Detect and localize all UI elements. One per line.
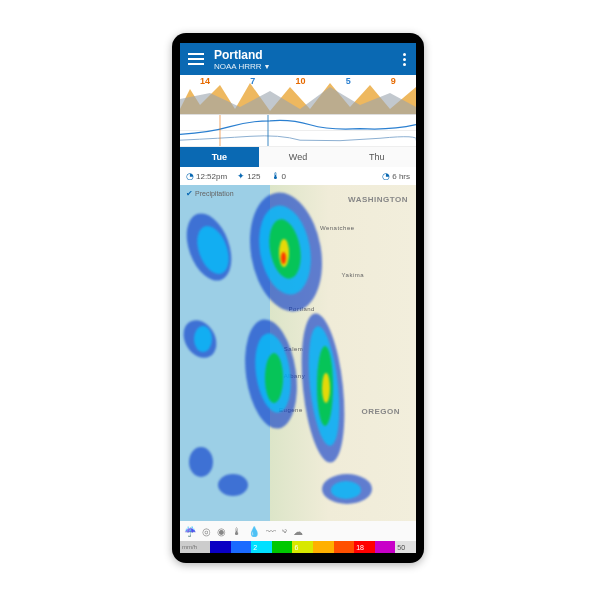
legend-stop [210, 541, 231, 553]
info-temp: 0 [282, 172, 286, 181]
legend-stop: 18 [354, 541, 375, 553]
legend-stop: 50 [395, 541, 416, 553]
therm-icon[interactable]: 🌡 [232, 526, 242, 537]
meteogram-chart [180, 79, 416, 115]
wind-icon[interactable]: ༄ [282, 526, 287, 537]
tab-tue[interactable]: Tue [180, 147, 259, 167]
compass-icon: ✦ [237, 171, 245, 181]
day-tabs: Tue Wed Thu [180, 147, 416, 167]
clock-icon: ◔ [186, 171, 194, 181]
radar-overlay [180, 185, 416, 521]
info-bar: ◔12:52pm ✦125 🌡0 ◔6 hrs [180, 167, 416, 185]
info-time: 12:52pm [196, 172, 227, 181]
color-legend: mm/h 261850 [180, 541, 416, 553]
clock-icon: ◔ [382, 171, 390, 181]
tab-thu[interactable]: Thu [337, 147, 416, 167]
source-selector[interactable]: NOAA HRRR▼ [214, 62, 399, 71]
rain-icon[interactable]: ☔ [184, 526, 196, 537]
temp-icon: 🌡 [271, 171, 280, 181]
tab-wed[interactable]: Wed [259, 147, 338, 167]
header-title[interactable]: Portland NOAA HRRR▼ [214, 48, 399, 71]
check-icon: ✔ [186, 189, 193, 198]
humidity-icon[interactable]: 💧 [248, 526, 260, 537]
line-chart [180, 115, 416, 146]
meteogram-top[interactable]: 14 7 10 5 9 [180, 75, 416, 115]
info-wind: 125 [247, 172, 260, 181]
legend-stop [231, 541, 252, 553]
more-icon[interactable] [399, 49, 410, 70]
location-name: Portland [214, 48, 399, 62]
wave-icon[interactable]: 〰 [266, 526, 276, 537]
legend-stop [272, 541, 293, 553]
map-view[interactable]: WASHINGTON OREGON Portland Salem Albany … [180, 185, 416, 521]
legend-stop: 2 [251, 541, 272, 553]
bottom-toolbar: ☔ ◎ ◉ 🌡 💧 〰 ༄ ☁ [180, 521, 416, 541]
radar-icon[interactable]: ◉ [217, 526, 226, 537]
phone-frame: Portland NOAA HRRR▼ 14 7 10 5 9 Tu [172, 33, 424, 563]
target-icon[interactable]: ◎ [202, 526, 211, 537]
legend-unit: mm/h [180, 541, 210, 553]
meteogram-bottom[interactable] [180, 115, 416, 147]
screen: Portland NOAA HRRR▼ 14 7 10 5 9 Tu [180, 43, 416, 553]
legend-stop: 6 [292, 541, 313, 553]
menu-icon[interactable] [186, 51, 206, 67]
cloud-icon[interactable]: ☁ [293, 526, 303, 537]
info-hours: 6 hrs [392, 172, 410, 181]
legend-stop [334, 541, 355, 553]
legend-stop [313, 541, 334, 553]
legend-stop [375, 541, 396, 553]
chevron-down-icon: ▼ [264, 63, 271, 70]
overlay-toggle[interactable]: ✔ Precipitation [186, 189, 234, 198]
app-header: Portland NOAA HRRR▼ [180, 43, 416, 75]
